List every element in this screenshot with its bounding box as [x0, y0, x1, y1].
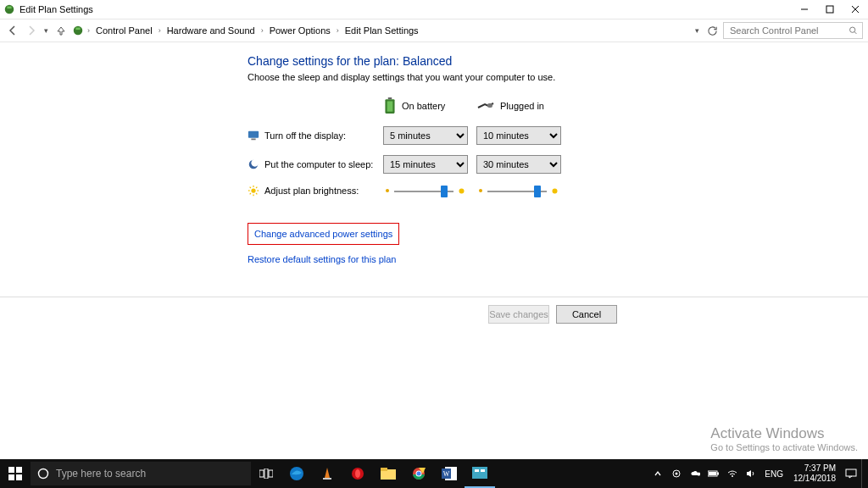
search-icon	[849, 25, 858, 36]
svg-rect-54	[481, 469, 485, 472]
row-brightness: Adjust plan brightness:	[248, 184, 868, 197]
sleep-battery-select[interactable]: 15 minutes	[383, 155, 468, 174]
tray-wifi-icon[interactable]	[724, 459, 741, 488]
svg-rect-10	[388, 97, 392, 99]
forward-button[interactable]	[24, 23, 39, 38]
row-label-text: Adjust plan brightness:	[264, 186, 359, 196]
svg-rect-61	[846, 469, 856, 476]
svg-point-42	[355, 469, 360, 478]
svg-point-18	[251, 188, 255, 192]
tray-volume-icon[interactable]	[743, 459, 760, 488]
save-changes-button[interactable]: Save changes	[488, 305, 549, 324]
svg-point-30	[553, 188, 558, 193]
cancel-button[interactable]: Cancel	[556, 305, 617, 324]
svg-point-60	[732, 475, 733, 477]
monitor-icon	[248, 130, 259, 141]
brightness-battery-slider[interactable]	[383, 184, 476, 197]
sleep-plugged-select[interactable]: 30 minutes	[476, 155, 561, 174]
up-button[interactable]	[53, 23, 69, 38]
sun-large-icon	[456, 186, 467, 197]
task-view-button[interactable]	[251, 459, 281, 488]
svg-rect-32	[16, 467, 22, 473]
svg-rect-33	[8, 474, 14, 480]
watermark-title: Activate Windows	[710, 425, 858, 442]
svg-rect-52	[472, 467, 487, 479]
svg-point-17	[251, 159, 259, 167]
chevron-right-icon[interactable]: ›	[159, 26, 161, 35]
column-plugged-in: Plugged in	[476, 100, 570, 112]
svg-point-8	[850, 27, 855, 32]
breadcrumb-control-panel[interactable]: Control Panel	[93, 24, 155, 37]
windows-icon	[8, 467, 22, 480]
row-turn-off-display: Turn off the display: 5 minutes 10 minut…	[248, 126, 868, 145]
chevron-right-icon[interactable]: ›	[261, 26, 264, 35]
display-battery-select[interactable]: 5 minutes	[383, 126, 468, 145]
tray-time: 7:37 PM	[793, 463, 836, 474]
content-area: Change settings for the plan: Balanced C…	[0, 42, 868, 459]
file-explorer-icon[interactable]	[373, 459, 403, 488]
svg-rect-34	[16, 474, 22, 480]
page-heading: Change settings for the plan: Balanced	[248, 54, 868, 68]
tray-location-icon[interactable]	[668, 459, 685, 488]
svg-point-0	[5, 5, 14, 14]
edge-icon[interactable]	[281, 459, 312, 488]
svg-line-25	[250, 193, 251, 194]
svg-point-48	[417, 472, 421, 476]
button-row: Save changes Cancel	[0, 297, 868, 330]
svg-rect-44	[381, 468, 387, 471]
settings-taskbar-icon[interactable]	[465, 459, 495, 488]
refresh-button[interactable]	[704, 23, 720, 38]
power-options-icon	[3, 3, 15, 15]
row-label-text: Turn off the display:	[264, 130, 346, 141]
svg-rect-14	[248, 131, 259, 138]
tray-chevron-up-icon[interactable]	[649, 459, 666, 488]
recent-locations-button[interactable]: ▾	[42, 26, 50, 35]
highlighted-link-box: Change advanced power settings	[248, 223, 399, 245]
title-bar: Edit Plan Settings	[0, 0, 868, 19]
display-plugged-select[interactable]: 10 minutes	[476, 126, 561, 145]
breadcrumb-hardware-sound[interactable]: Hardware and Sound	[164, 24, 258, 37]
column-label: Plugged in	[500, 101, 544, 111]
chevron-right-icon[interactable]: ›	[87, 26, 90, 35]
change-advanced-link[interactable]: Change advanced power settings	[254, 229, 392, 239]
svg-rect-36	[259, 470, 264, 477]
word-icon[interactable]: W	[434, 459, 465, 488]
restore-defaults-link[interactable]: Restore default settings for this plan	[248, 254, 396, 264]
svg-line-23	[250, 187, 251, 188]
svg-point-27	[386, 189, 389, 192]
action-center-button[interactable]	[843, 459, 860, 488]
taskbar-search[interactable]: Type here to search	[31, 462, 251, 485]
moon-icon	[248, 158, 259, 170]
svg-rect-40	[323, 478, 331, 480]
tray-battery-icon[interactable]	[705, 459, 722, 488]
search-box[interactable]	[723, 22, 863, 39]
chevron-right-icon[interactable]: ›	[337, 26, 339, 35]
svg-rect-31	[8, 467, 14, 473]
svg-rect-12	[387, 101, 393, 111]
search-input[interactable]	[728, 25, 849, 36]
minimize-button[interactable]	[792, 0, 817, 19]
vlc-icon[interactable]	[312, 459, 342, 488]
opera-icon[interactable]	[342, 459, 373, 488]
system-tray: ENG 7:37 PM 12/14/2018	[649, 459, 868, 488]
column-on-battery: On battery	[383, 97, 476, 114]
start-button[interactable]	[0, 459, 31, 488]
close-button[interactable]	[843, 0, 868, 19]
breadcrumb-power-options[interactable]: Power Options	[267, 24, 333, 37]
brightness-plugged-slider[interactable]	[476, 184, 570, 197]
show-desktop-button[interactable]	[861, 459, 865, 488]
svg-rect-58	[717, 473, 719, 475]
address-dropdown-button[interactable]: ▾	[693, 26, 701, 35]
breadcrumb-edit-plan[interactable]: Edit Plan Settings	[342, 24, 421, 37]
svg-rect-1	[7, 7, 11, 9]
maximize-button[interactable]	[817, 0, 843, 19]
sun-icon	[248, 185, 259, 197]
back-button[interactable]	[5, 23, 20, 38]
svg-rect-53	[475, 469, 479, 472]
tray-clock[interactable]: 7:37 PM 12/14/2018	[788, 463, 841, 484]
tray-onedrive-icon[interactable]	[687, 459, 704, 488]
plug-icon	[476, 100, 495, 112]
battery-icon	[383, 97, 397, 114]
tray-language[interactable]: ENG	[761, 469, 787, 479]
chrome-icon[interactable]	[403, 459, 434, 488]
